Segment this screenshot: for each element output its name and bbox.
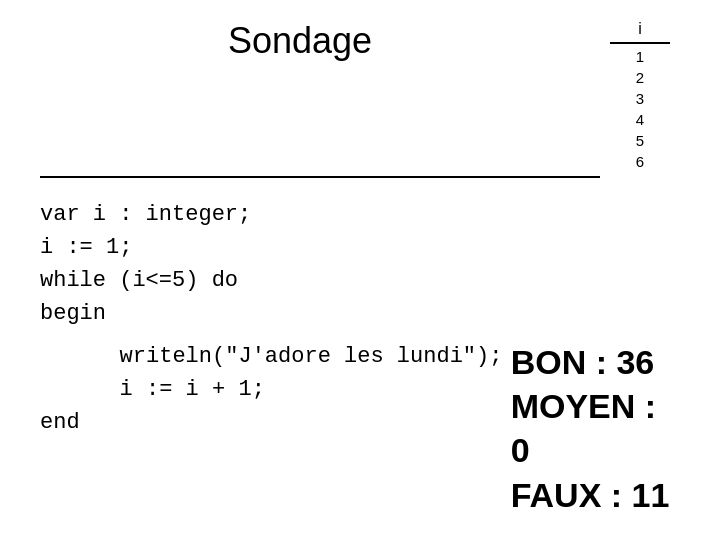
main-container: Sondage i 1 2 3 4 5 6 var i : integer; i…: [0, 0, 720, 540]
page-title: Sondage: [228, 20, 372, 62]
code-area: var i : integer; i := 1; while (i<=5) do…: [0, 178, 720, 340]
code-line-3: while (i<=5) do: [40, 264, 680, 297]
result-faux: FAUX : 11: [511, 473, 680, 517]
code-line-7: end: [40, 406, 491, 439]
table-column-header: i: [610, 20, 670, 44]
table-value-4: 4: [636, 109, 644, 130]
bottom-section: writeln("J'adore les lundi"); i := i + 1…: [0, 340, 720, 517]
code-line-6: i := i + 1;: [40, 373, 491, 406]
table-area: i 1 2 3 4 5 6: [600, 20, 680, 172]
code-line-2: i := 1;: [40, 231, 680, 264]
table-value-3: 3: [636, 88, 644, 109]
title-area: Sondage: [40, 20, 600, 62]
code-left: writeln("J'adore les lundi"); i := i + 1…: [40, 340, 491, 439]
table-value-1: 1: [636, 46, 644, 67]
code-line-1: var i : integer;: [40, 198, 680, 231]
table-value-2: 2: [636, 67, 644, 88]
table-values: 1 2 3 4 5 6: [636, 46, 644, 172]
result-bon: BON : 36: [511, 340, 680, 384]
table-value-6: 6: [636, 151, 644, 172]
table-value-5: 5: [636, 130, 644, 151]
result-moyen: MOYEN : 0: [511, 384, 680, 472]
result-area: BON : 36 MOYEN : 0 FAUX : 11: [491, 340, 680, 517]
header-row: Sondage i 1 2 3 4 5 6: [0, 0, 720, 172]
code-line-5: writeln("J'adore les lundi");: [40, 340, 491, 373]
code-line-4: begin: [40, 297, 680, 330]
